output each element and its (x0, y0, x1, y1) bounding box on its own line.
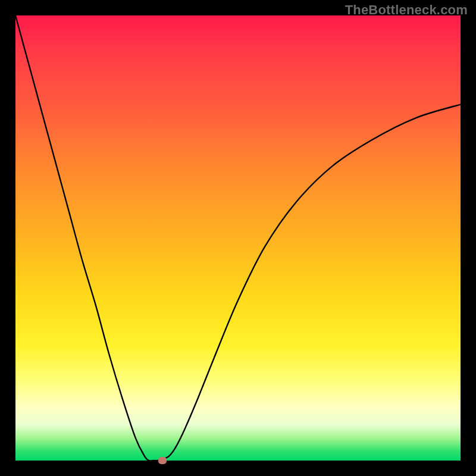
plot-wrap (15, 15, 461, 461)
chart-frame: TheBottleneck.com (0, 0, 476, 476)
bottleneck-curve (15, 15, 461, 461)
optimal-point-marker (158, 457, 167, 464)
